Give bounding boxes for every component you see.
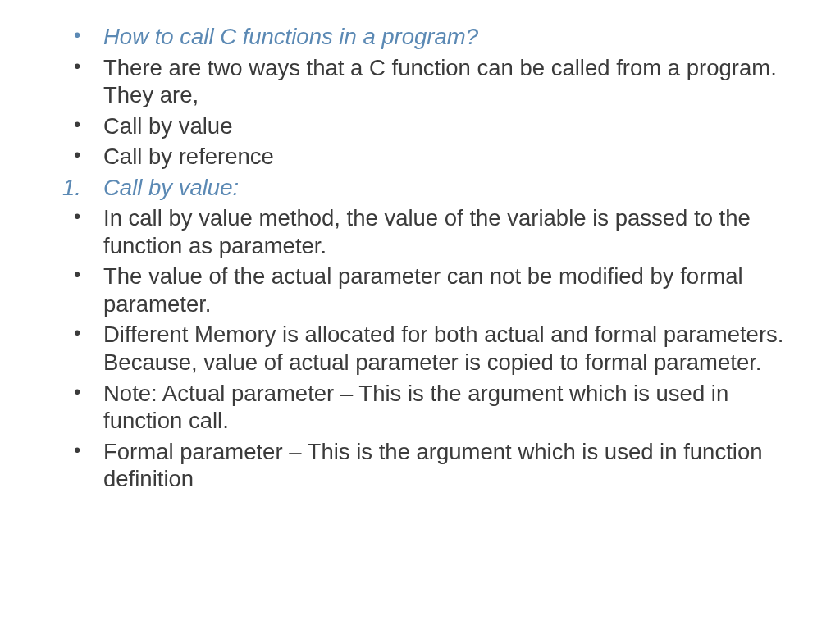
list-item: Call by reference — [80, 143, 807, 171]
item-text: The value of the actual parameter can no… — [103, 263, 743, 317]
list-item: Different Memory is allocated for both a… — [80, 321, 807, 376]
item-text: Call by reference — [103, 144, 274, 169]
item-text: Note: Actual parameter – This is the arg… — [103, 381, 728, 434]
item-text: Different Memory is allocated for both a… — [103, 322, 783, 375]
item-text: How to call C functions in a program? — [103, 24, 478, 49]
bullet-list: How to call C functions in a program? Th… — [25, 23, 807, 493]
list-item-numbered: Call by value: — [80, 174, 807, 202]
item-text: There are two ways that a C function can… — [103, 55, 777, 108]
item-text: Call by value — [103, 113, 232, 139]
list-item: Note: Actual parameter – This is the arg… — [80, 380, 807, 435]
item-text: Formal parameter – This is the argument … — [103, 439, 762, 492]
item-text: In call by value method, the value of th… — [103, 205, 751, 258]
list-item: Formal parameter – This is the argument … — [80, 438, 807, 493]
list-item: Call by value — [80, 112, 807, 140]
list-item: In call by value method, the value of th… — [80, 204, 807, 259]
list-item: How to call C functions in a program? — [80, 23, 807, 51]
list-item: There are two ways that a C function can… — [80, 54, 807, 109]
item-text: Call by value: — [103, 175, 239, 200]
slide: How to call C functions in a program? Th… — [0, 0, 840, 630]
list-item: The value of the actual parameter can no… — [80, 262, 807, 317]
